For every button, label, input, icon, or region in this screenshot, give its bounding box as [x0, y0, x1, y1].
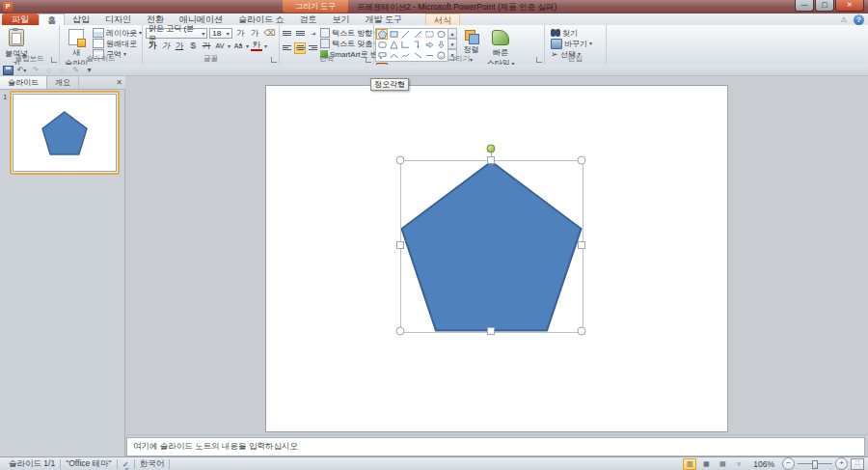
slideshow-view-icon[interactable]: ▿: [732, 458, 746, 470]
align-right-button[interactable]: [307, 42, 319, 54]
font-color-button[interactable]: 가: [251, 41, 262, 51]
drawing-dialog-launcher-icon[interactable]: [536, 57, 542, 63]
italic-button[interactable]: 가: [160, 41, 172, 51]
tab-insert[interactable]: 삽입: [65, 14, 97, 25]
help-icon[interactable]: ?: [854, 14, 864, 25]
resize-handle-top-right[interactable]: [578, 156, 586, 165]
close-button[interactable]: ✕: [835, 0, 864, 12]
minimize-ribbon-icon[interactable]: △: [838, 14, 850, 24]
zoom-slider[interactable]: [798, 463, 832, 464]
shape-elbow-icon[interactable]: [401, 41, 411, 49]
tab-slides-thumbnails[interactable]: 슬라이드: [0, 76, 47, 89]
shrink-font-button[interactable]: 가▾: [249, 28, 261, 39]
layout-button[interactable]: 레이아웃▾: [92, 28, 140, 38]
bullets-button[interactable]: [281, 28, 293, 40]
tab-format-contextual[interactable]: 서식: [425, 14, 460, 25]
tab-design[interactable]: 디자인: [97, 14, 139, 25]
paragraph-dialog-launcher-icon[interactable]: [366, 57, 371, 63]
spellcheck-icon[interactable]: ✓̼: [118, 459, 134, 469]
resize-handle-right[interactable]: [578, 241, 585, 249]
clear-formatting-button[interactable]: ⌫: [262, 28, 276, 39]
group-label-editing: 편집: [545, 54, 606, 64]
resize-handle-top[interactable]: [487, 156, 495, 164]
tab-review[interactable]: 검토: [292, 14, 325, 25]
replace-button[interactable]: 바꾸기▾: [550, 39, 608, 48]
zoom-in-icon[interactable]: +: [835, 457, 848, 470]
clipboard-dialog-launcher-icon[interactable]: [51, 57, 57, 63]
indent-more-button[interactable]: ⇥: [307, 28, 319, 40]
shape-rounded-rect-icon[interactable]: [377, 41, 387, 49]
rotation-handle[interactable]: [487, 145, 496, 153]
tab-outline[interactable]: 개요: [47, 76, 79, 89]
maximize-button[interactable]: ▢: [815, 0, 834, 12]
qat-extra3-icon[interactable]: ✎: [70, 66, 81, 74]
arrange-icon: [465, 30, 478, 42]
pane-close-icon[interactable]: ✕: [113, 76, 125, 89]
language-indicator[interactable]: 한국어: [135, 458, 170, 470]
reading-view-icon[interactable]: ▤: [716, 458, 729, 470]
shape-arrow-icon[interactable]: [413, 30, 422, 39]
numbering-button[interactable]: [294, 28, 307, 40]
character-spacing-button[interactable]: AV: [214, 41, 226, 51]
shape-pentagon-icon[interactable]: [377, 30, 387, 39]
save-icon[interactable]: [3, 66, 14, 74]
paste-icon: [9, 29, 24, 46]
change-case-button[interactable]: Aa: [232, 41, 244, 51]
resize-handle-bottom[interactable]: [487, 327, 495, 335]
zoom-slider-thumb[interactable]: [812, 460, 818, 469]
tab-developer[interactable]: 개발 도구: [358, 14, 411, 25]
undo-icon[interactable]: ↶▾: [16, 66, 27, 74]
group-font: 맑은 고딕 (본문▾ 18▾ 가▴ 가▾ ⌫ 가 가 가 S 가 AV▾ Aa▾…: [143, 25, 280, 65]
fit-to-window-icon[interactable]: ⛶: [851, 458, 864, 470]
font-dialog-launcher-icon[interactable]: [271, 57, 277, 63]
tab-view[interactable]: 보기: [325, 14, 358, 25]
zoom-out-icon[interactable]: −: [782, 457, 795, 470]
qat-extra2-icon[interactable]: ◌: [57, 66, 68, 74]
powerpoint-window: P 그리기 도구 프레젠테이션2 - Microsoft PowerPoint …: [0, 0, 868, 470]
underline-button[interactable]: 가: [174, 41, 185, 51]
text-shadow-button[interactable]: S: [187, 41, 199, 51]
minimize-button[interactable]: —: [795, 0, 814, 12]
powerpoint-app-icon[interactable]: P: [3, 2, 13, 12]
tab-file[interactable]: 파일: [2, 14, 39, 25]
redo-icon[interactable]: ↷: [30, 66, 41, 74]
shape-elbow-arrow-icon[interactable]: [413, 41, 422, 49]
qat-customize-icon[interactable]: ▾: [84, 66, 95, 74]
notes-pane[interactable]: 여기에 슬라이드 노트의 내용을 입력하십시오: [126, 437, 865, 456]
text-direction-button[interactable]: 텍스트 방향▾: [319, 28, 371, 38]
zoom-level[interactable]: 106%: [748, 459, 779, 469]
theme-name[interactable]: "Office 테마": [61, 458, 116, 470]
font-size-combobox[interactable]: 18▾: [209, 28, 232, 39]
gallery-down-icon[interactable]: ▼: [448, 39, 457, 49]
resize-handle-top-left[interactable]: [396, 156, 405, 165]
find-button[interactable]: 찾기: [550, 28, 608, 38]
shape-freeform-icon[interactable]: [389, 30, 398, 39]
group-label-clipboard: 클립보드: [0, 54, 59, 64]
shape-rect-icon[interactable]: [424, 30, 434, 39]
shape-oval-icon[interactable]: [437, 30, 447, 39]
align-center-button[interactable]: [294, 42, 307, 54]
tab-slideshow[interactable]: 슬라이드 쇼: [231, 14, 292, 25]
strikethrough-button[interactable]: 가: [201, 41, 212, 51]
resize-handle-left[interactable]: [396, 241, 404, 249]
qat-extra1-icon[interactable]: ◌: [43, 66, 54, 74]
align-text-button[interactable]: 텍스트 맞춤▾: [319, 39, 371, 48]
shape-line-icon[interactable]: [401, 30, 411, 39]
font-name-combobox[interactable]: 맑은 고딕 (본문▾: [146, 28, 207, 39]
normal-view-icon[interactable]: ▥: [683, 458, 696, 470]
resize-handle-bottom-left[interactable]: [396, 327, 405, 336]
selection-rectangle: [400, 160, 583, 333]
slide-sorter-view-icon[interactable]: ▦: [699, 458, 713, 470]
grow-font-button[interactable]: 가▴: [234, 28, 247, 39]
shape-triangle-icon[interactable]: [389, 41, 398, 49]
reset-button[interactable]: 원래대로: [92, 39, 140, 48]
slide-thumbnail[interactable]: [13, 94, 117, 172]
group-paragraph: ⇥ 텍스트 방향▾ 텍스트 맞춤▾: [280, 25, 374, 65]
bold-button[interactable]: 가: [147, 41, 158, 51]
shape-block-arrow-icon[interactable]: [424, 41, 434, 49]
resize-handle-bottom-right[interactable]: [578, 327, 586, 336]
align-left-button[interactable]: [281, 42, 293, 54]
shape-down-arrow-icon[interactable]: [437, 41, 447, 49]
gallery-up-icon[interactable]: ▲: [448, 28, 457, 39]
group-clipboard: 붙여넣기 ▾ ✂ 잘라내기 복사 서식 복사 클립보드: [0, 25, 60, 65]
